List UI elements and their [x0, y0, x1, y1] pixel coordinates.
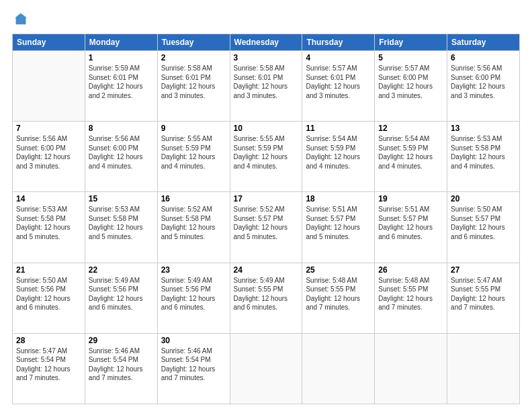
- day-number: 28: [16, 336, 81, 345]
- day-cell: 22 Sunrise: 5:49 AMSunset: 5:56 PMDaylig…: [85, 263, 157, 333]
- cell-info: Sunrise: 5:53 AMSunset: 5:58 PMDaylight:…: [16, 205, 71, 240]
- cell-info: Sunrise: 5:47 AMSunset: 5:55 PMDaylight:…: [451, 277, 505, 312]
- day-cell: 14 Sunrise: 5:53 AMSunset: 5:58 PMDaylig…: [13, 192, 85, 263]
- cell-info: Sunrise: 5:46 AMSunset: 5:54 PMDaylight:…: [89, 347, 143, 382]
- cell-info: Sunrise: 5:49 AMSunset: 5:56 PMDaylight:…: [161, 277, 216, 312]
- day-cell: 13 Sunrise: 5:53 AMSunset: 5:58 PMDaylig…: [447, 122, 520, 192]
- cell-info: Sunrise: 5:55 AMSunset: 5:59 PMDaylight:…: [161, 135, 216, 170]
- week-row-2: 14 Sunrise: 5:53 AMSunset: 5:58 PMDaylig…: [13, 192, 520, 263]
- day-number: 13: [451, 124, 516, 133]
- cell-info: Sunrise: 5:59 AMSunset: 6:01 PMDaylight:…: [89, 64, 143, 99]
- col-header-sunday: Sunday: [13, 34, 85, 51]
- day-number: 11: [306, 124, 371, 133]
- day-cell: 20 Sunrise: 5:50 AMSunset: 5:57 PMDaylig…: [447, 192, 520, 263]
- day-number: 12: [378, 124, 443, 133]
- cell-info: Sunrise: 5:51 AMSunset: 5:57 PMDaylight:…: [306, 205, 360, 240]
- day-cell: [447, 333, 520, 404]
- week-row-4: 28 Sunrise: 5:47 AMSunset: 5:54 PMDaylig…: [13, 333, 520, 404]
- day-cell: 29 Sunrise: 5:46 AMSunset: 5:54 PMDaylig…: [85, 333, 157, 404]
- week-row-1: 7 Sunrise: 5:56 AMSunset: 6:00 PMDayligh…: [13, 122, 520, 192]
- day-number: 10: [234, 124, 299, 133]
- cell-info: Sunrise: 5:53 AMSunset: 5:58 PMDaylight:…: [89, 205, 143, 240]
- day-number: 3: [234, 53, 299, 62]
- day-cell: 24 Sunrise: 5:49 AMSunset: 5:55 PMDaylig…: [230, 263, 302, 333]
- day-number: 18: [306, 194, 371, 203]
- day-cell: 8 Sunrise: 5:56 AMSunset: 6:00 PMDayligh…: [85, 122, 157, 192]
- day-cell: 26 Sunrise: 5:48 AMSunset: 5:55 PMDaylig…: [375, 263, 447, 333]
- cell-info: Sunrise: 5:58 AMSunset: 6:01 PMDaylight:…: [161, 64, 216, 99]
- col-header-tuesday: Tuesday: [157, 34, 230, 51]
- cell-info: Sunrise: 5:54 AMSunset: 5:59 PMDaylight:…: [306, 135, 360, 170]
- day-number: 20: [451, 194, 516, 203]
- cell-info: Sunrise: 5:50 AMSunset: 5:56 PMDaylight:…: [16, 277, 71, 312]
- cell-info: Sunrise: 5:47 AMSunset: 5:54 PMDaylight:…: [16, 347, 71, 382]
- day-number: 4: [306, 53, 371, 62]
- day-number: 30: [161, 336, 226, 345]
- day-cell: 1 Sunrise: 5:59 AMSunset: 6:01 PMDayligh…: [85, 51, 157, 122]
- cell-info: Sunrise: 5:50 AMSunset: 5:57 PMDaylight:…: [451, 205, 505, 240]
- day-cell: 2 Sunrise: 5:58 AMSunset: 6:01 PMDayligh…: [157, 51, 230, 122]
- calendar-page: SundayMondayTuesdayWednesdayThursdayFrid…: [0, 0, 532, 411]
- day-cell: 10 Sunrise: 5:55 AMSunset: 5:59 PMDaylig…: [230, 122, 302, 192]
- day-cell: 11 Sunrise: 5:54 AMSunset: 5:59 PMDaylig…: [302, 122, 375, 192]
- day-number: 14: [16, 194, 81, 203]
- cell-info: Sunrise: 5:52 AMSunset: 5:57 PMDaylight:…: [234, 205, 288, 240]
- col-header-thursday: Thursday: [302, 34, 375, 51]
- cell-info: Sunrise: 5:49 AMSunset: 5:56 PMDaylight:…: [89, 277, 143, 312]
- day-number: 17: [234, 194, 299, 203]
- cell-info: Sunrise: 5:51 AMSunset: 5:57 PMDaylight:…: [378, 205, 433, 240]
- header: [12, 12, 520, 27]
- day-cell: 7 Sunrise: 5:56 AMSunset: 6:00 PMDayligh…: [13, 122, 85, 192]
- day-cell: 23 Sunrise: 5:49 AMSunset: 5:56 PMDaylig…: [157, 263, 230, 333]
- day-number: 2: [161, 53, 226, 62]
- day-cell: [230, 333, 302, 404]
- calendar-table: SundayMondayTuesdayWednesdayThursdayFrid…: [12, 34, 520, 404]
- day-number: 29: [89, 336, 154, 345]
- day-cell: 6 Sunrise: 5:56 AMSunset: 6:00 PMDayligh…: [447, 51, 520, 122]
- cell-info: Sunrise: 5:48 AMSunset: 5:55 PMDaylight:…: [378, 277, 433, 312]
- col-header-saturday: Saturday: [447, 34, 520, 51]
- day-cell: 21 Sunrise: 5:50 AMSunset: 5:56 PMDaylig…: [13, 263, 85, 333]
- day-cell: [13, 51, 85, 122]
- day-cell: 4 Sunrise: 5:57 AMSunset: 6:01 PMDayligh…: [302, 51, 375, 122]
- day-cell: 27 Sunrise: 5:47 AMSunset: 5:55 PMDaylig…: [447, 263, 520, 333]
- col-header-friday: Friday: [375, 34, 447, 51]
- day-number: 6: [451, 53, 516, 62]
- day-cell: 25 Sunrise: 5:48 AMSunset: 5:55 PMDaylig…: [302, 263, 375, 333]
- day-number: 24: [234, 265, 299, 275]
- week-row-0: 1 Sunrise: 5:59 AMSunset: 6:01 PMDayligh…: [13, 51, 520, 122]
- day-cell: 28 Sunrise: 5:47 AMSunset: 5:54 PMDaylig…: [13, 333, 85, 404]
- cell-info: Sunrise: 5:55 AMSunset: 5:59 PMDaylight:…: [234, 135, 288, 170]
- day-cell: 3 Sunrise: 5:58 AMSunset: 6:01 PMDayligh…: [230, 51, 302, 122]
- day-cell: 15 Sunrise: 5:53 AMSunset: 5:58 PMDaylig…: [85, 192, 157, 263]
- col-header-monday: Monday: [85, 34, 157, 51]
- day-cell: [375, 333, 447, 404]
- cell-info: Sunrise: 5:58 AMSunset: 6:01 PMDaylight:…: [234, 64, 288, 99]
- day-cell: 9 Sunrise: 5:55 AMSunset: 5:59 PMDayligh…: [157, 122, 230, 192]
- day-number: 19: [378, 194, 443, 203]
- day-number: 23: [161, 265, 226, 275]
- cell-info: Sunrise: 5:56 AMSunset: 6:00 PMDaylight:…: [89, 135, 143, 170]
- day-number: 9: [161, 124, 226, 133]
- day-number: 8: [89, 124, 154, 133]
- day-cell: 17 Sunrise: 5:52 AMSunset: 5:57 PMDaylig…: [230, 192, 302, 263]
- day-cell: 12 Sunrise: 5:54 AMSunset: 5:59 PMDaylig…: [375, 122, 447, 192]
- day-number: 5: [378, 53, 443, 62]
- day-cell: 30 Sunrise: 5:46 AMSunset: 5:54 PMDaylig…: [157, 333, 230, 404]
- cell-info: Sunrise: 5:56 AMSunset: 6:00 PMDaylight:…: [16, 135, 71, 170]
- logo-icon: [13, 12, 28, 27]
- day-number: 25: [306, 265, 371, 275]
- day-cell: [302, 333, 375, 404]
- day-number: 27: [451, 265, 516, 275]
- day-cell: 18 Sunrise: 5:51 AMSunset: 5:57 PMDaylig…: [302, 192, 375, 263]
- cell-info: Sunrise: 5:57 AMSunset: 6:00 PMDaylight:…: [378, 64, 433, 99]
- cell-info: Sunrise: 5:54 AMSunset: 5:59 PMDaylight:…: [378, 135, 433, 170]
- day-number: 16: [161, 194, 226, 203]
- day-cell: 19 Sunrise: 5:51 AMSunset: 5:57 PMDaylig…: [375, 192, 447, 263]
- day-cell: 16 Sunrise: 5:52 AMSunset: 5:58 PMDaylig…: [157, 192, 230, 263]
- week-row-3: 21 Sunrise: 5:50 AMSunset: 5:56 PMDaylig…: [13, 263, 520, 333]
- calendar-header-row: SundayMondayTuesdayWednesdayThursdayFrid…: [13, 34, 520, 51]
- cell-info: Sunrise: 5:56 AMSunset: 6:00 PMDaylight:…: [451, 64, 505, 99]
- cell-info: Sunrise: 5:57 AMSunset: 6:01 PMDaylight:…: [306, 64, 360, 99]
- col-header-wednesday: Wednesday: [230, 34, 302, 51]
